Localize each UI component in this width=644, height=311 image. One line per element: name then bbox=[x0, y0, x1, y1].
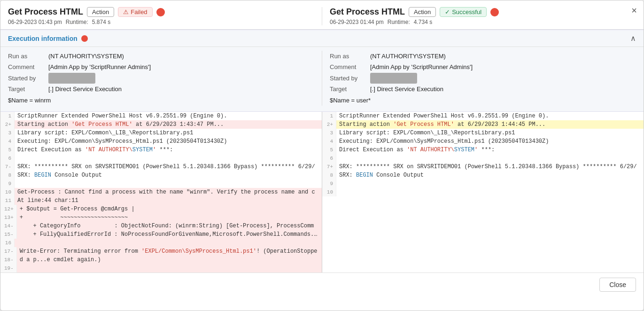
line-number: 2+ bbox=[322, 120, 336, 129]
right-target-label: Target bbox=[330, 84, 367, 94]
code-line: 3Library script: EXPL/Common\_LIB_\Repor… bbox=[322, 129, 644, 137]
right-comment-label: Comment bbox=[330, 62, 367, 72]
line-content: + FullyQualifiedErrorId : NoProcessFound… bbox=[17, 230, 322, 239]
line-number: 8 bbox=[0, 171, 15, 179]
code-line: 5Direct Execution as 'NT AUTHORITY\SYSTE… bbox=[322, 146, 644, 154]
line-number: 16 bbox=[0, 239, 15, 247]
left-comment-value: [Admin App by 'ScriptRunner Admins'] bbox=[48, 62, 151, 72]
code-line: 12++ $output = Get-Process @cmdArgs | bbox=[0, 205, 322, 213]
code-line: 9 bbox=[322, 179, 644, 188]
line-content: Starting action 'Get Process HTML' at 6/… bbox=[336, 120, 548, 129]
line-number: 10 bbox=[0, 188, 15, 196]
line-content bbox=[15, 239, 20, 247]
right-title-row: Get Process HTML Action ✓ Successful bbox=[330, 7, 636, 17]
exec-body: Run as (NT AUTHORITY\SYSTEM) Comment [Ad… bbox=[0, 47, 644, 111]
line-number: 6 bbox=[0, 154, 15, 163]
line-content bbox=[336, 179, 342, 188]
left-run-as-label: Run as bbox=[8, 51, 46, 62]
right-run-as-label: Run as bbox=[330, 51, 367, 62]
line-content: Get-Process : Cannot find a process with… bbox=[15, 188, 318, 196]
line-number: 15- bbox=[0, 230, 17, 239]
line-number: 7- bbox=[0, 163, 15, 171]
code-line: 11At line:44 char:11 bbox=[0, 196, 322, 205]
line-content: Executing: EXPL/Common\SysMProcess_Html.… bbox=[336, 137, 551, 146]
line-number: 9 bbox=[322, 179, 336, 188]
code-line: 8SRX: BEGIN Console Output bbox=[322, 171, 644, 179]
line-content: + ~~~~~~~~~~~~~~~~~~~~ bbox=[17, 213, 131, 222]
right-code-panel[interactable]: 1ScriptRunner Extended PowerShell Host v… bbox=[322, 112, 644, 272]
close-button[interactable]: Close bbox=[599, 278, 636, 292]
right-started-value bbox=[370, 73, 417, 84]
left-code-panel[interactable]: 1ScriptRunner Extended PowerShell Host v… bbox=[0, 112, 322, 272]
exec-col-divider bbox=[322, 51, 322, 106]
line-content: Library script: EXPL/Common\_LIB_\Report… bbox=[15, 129, 196, 137]
right-comment-value: [Admin App by 'ScriptRunner Admins'] bbox=[370, 62, 473, 72]
line-number: 5 bbox=[322, 146, 336, 154]
left-name-row: $Name = winrm bbox=[8, 95, 314, 106]
right-run-as-row: Run as (NT AUTHORITY\SYSTEM) bbox=[330, 51, 636, 62]
right-header: Get Process HTML Action ✓ Successful 06-… bbox=[330, 7, 636, 25]
line-content: + $output = Get-Process @cmdArgs | bbox=[17, 205, 138, 213]
left-started-label: Started by bbox=[8, 73, 46, 84]
code-line: 1ScriptRunner Extended PowerShell Host v… bbox=[322, 112, 644, 120]
code-line: 6 bbox=[322, 154, 644, 163]
line-content: ScriptRunner Extended PowerShell Host v6… bbox=[15, 112, 230, 120]
code-line: 6 bbox=[0, 154, 322, 163]
line-number: 3 bbox=[322, 129, 336, 137]
right-red-dot bbox=[490, 8, 499, 16]
left-target-label: Target bbox=[8, 84, 46, 94]
code-line: 10Get-Process : Cannot find a process wi… bbox=[0, 188, 322, 196]
code-line: 8SRX: BEGIN Console Output bbox=[0, 171, 322, 179]
line-number: 18- bbox=[0, 256, 17, 264]
line-content: + CategoryInfo : ObjectNotFound: (winrm:… bbox=[17, 222, 317, 230]
footer: Close bbox=[0, 272, 644, 296]
right-runtime-label: Runtime: bbox=[388, 19, 410, 25]
left-comment-row: Comment [Admin App by 'ScriptRunner Admi… bbox=[8, 62, 314, 72]
check-icon: ✓ bbox=[445, 8, 450, 16]
code-line: 5Direct Execution as 'NT AUTHORITY\SYSTE… bbox=[0, 146, 322, 154]
right-exec-col: Run as (NT AUTHORITY\SYSTEM) Comment [Ad… bbox=[330, 51, 636, 106]
line-content: SRX: ********** SRX on SRVSRITDEMO01 (Po… bbox=[15, 163, 318, 171]
code-line: 4Executing: EXPL/Common\SysMProcess_Html… bbox=[322, 137, 644, 146]
warning-icon: ⚠ bbox=[123, 8, 129, 16]
code-line: 2+Starting action 'Get Process HTML' at … bbox=[0, 120, 322, 129]
line-number: 17- bbox=[0, 247, 17, 256]
line-number: 12+ bbox=[0, 205, 17, 213]
line-number: 8 bbox=[322, 171, 336, 179]
code-line: 9 bbox=[0, 179, 322, 188]
modal-close-button[interactable]: × bbox=[631, 5, 637, 16]
left-runtime-label: Runtime: bbox=[66, 19, 88, 25]
header-row: Get Process HTML Action ⚠ Failed 06-29-2… bbox=[0, 0, 644, 30]
right-date: 06-29-2023 01:44 pm bbox=[330, 19, 384, 25]
right-status-label: Successful bbox=[452, 8, 481, 16]
line-content bbox=[336, 188, 342, 196]
line-number: 5 bbox=[0, 146, 15, 154]
left-target-value: [.] Direct Service Execution bbox=[48, 84, 122, 94]
right-status-badge: ✓ Successful bbox=[440, 7, 487, 17]
line-number: 14- bbox=[0, 222, 17, 230]
execution-section: Execution information Run as (NT AUTHORI… bbox=[0, 30, 644, 112]
line-content bbox=[17, 264, 23, 272]
line-number: 1 bbox=[322, 112, 336, 120]
right-subtitle: 06-29-2023 01:44 pm Runtime: 4.734 s bbox=[330, 19, 636, 25]
line-content: Direct Execution as 'NT AUTHORITY\SYSTEM… bbox=[336, 146, 497, 154]
left-comment-label: Comment bbox=[8, 62, 46, 72]
code-line: 2+Starting action 'Get Process HTML' at … bbox=[322, 120, 644, 129]
left-red-dot bbox=[156, 8, 165, 16]
right-run-as-value: (NT AUTHORITY\SYSTEM) bbox=[370, 51, 446, 62]
line-content: Starting action 'Get Process HTML' at 6/… bbox=[15, 120, 226, 129]
line-content: SRX: ********** SRX on SRVSRITDEMO01 (Po… bbox=[336, 163, 640, 171]
code-line: 4Executing: EXPL/Common\SysMProcess_Html… bbox=[0, 137, 322, 146]
left-status-badge: ⚠ Failed bbox=[118, 7, 152, 17]
left-action-button[interactable]: Action bbox=[87, 7, 114, 17]
line-number: 6 bbox=[322, 154, 336, 163]
left-header: Get Process HTML Action ⚠ Failed 06-29-2… bbox=[8, 7, 314, 25]
right-action-button[interactable]: Action bbox=[409, 7, 436, 17]
line-number: 4 bbox=[0, 137, 15, 146]
left-started-row: Started by bbox=[8, 73, 314, 84]
exec-red-dot bbox=[81, 35, 88, 42]
line-content: d a p...e cmdlet again.) bbox=[17, 256, 104, 264]
line-content: At line:44 char:11 bbox=[15, 196, 81, 205]
exec-section-header[interactable]: Execution information bbox=[0, 30, 644, 47]
code-line: 17-Write-Error: Terminating error from '… bbox=[0, 247, 322, 256]
